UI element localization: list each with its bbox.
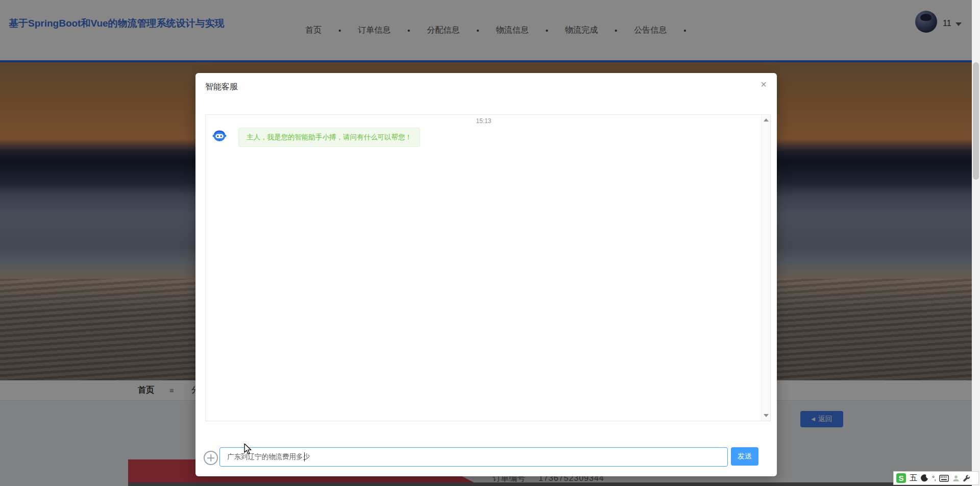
chat-timestamp: 15:13 [206,117,762,125]
send-button[interactable]: 发送 [731,447,758,466]
keyboard-icon[interactable] [939,475,949,482]
chat-modal: 智能客服 × 15:13 主人，我是您的智能助手小 [195,73,777,476]
user-icon[interactable] [952,475,960,482]
modal-title: 智能客服 [205,82,238,92]
robot-avatar-icon [212,129,227,143]
wrench-icon[interactable] [963,475,970,482]
chat-message-row: 主人，我是您的智能助手小搏，请问有什么可以帮您！ [212,128,420,147]
page-scrollbar[interactable] [972,0,980,486]
bot-message-bubble: 主人，我是您的智能助手小搏，请问有什么可以帮您！ [238,128,420,147]
chat-input[interactable] [219,447,728,467]
scroll-down-arrow-icon[interactable] [764,414,769,417]
close-icon[interactable]: × [761,79,767,89]
ime-taskbar: S 五 °, [893,471,979,485]
app-root: 基于SpringBoot和Vue的物流管理系统设计与实现 首页 • 订单信息 •… [0,0,980,486]
ime-mode-label[interactable]: 五 [910,473,917,483]
ime-punctuation-label[interactable]: °, [932,474,936,482]
moon-icon[interactable] [921,474,928,482]
scroll-up-arrow-icon[interactable] [764,118,769,121]
ime-logo-icon[interactable]: S [896,473,906,483]
chat-panel: 15:13 主人，我是您的智能助手小搏，请问有什么可以帮您！ [205,114,771,421]
add-attachment-icon[interactable] [204,451,218,465]
page-scrollbar-thumb[interactable] [973,62,979,180]
chat-scrollbar[interactable] [761,115,770,421]
text-caret [304,452,305,461]
